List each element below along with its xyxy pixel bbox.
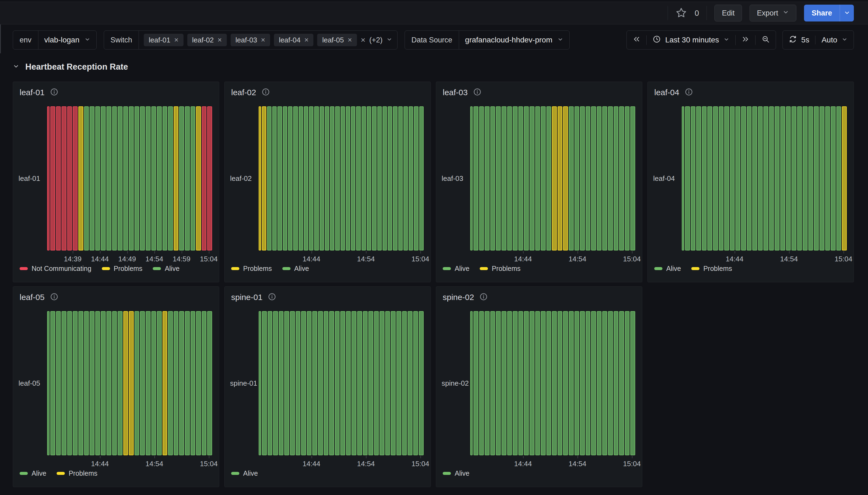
state-bar-alive[interactable] bbox=[107, 311, 111, 455]
state-bar-alive[interactable] bbox=[388, 106, 392, 251]
clear-all-icon[interactable]: × bbox=[361, 36, 366, 44]
state-bar-alive[interactable] bbox=[519, 311, 523, 455]
state-bar-alive[interactable] bbox=[741, 106, 746, 251]
state-bar-alive[interactable] bbox=[369, 311, 373, 455]
info-icon[interactable] bbox=[685, 88, 693, 97]
share-menu-button[interactable] bbox=[840, 5, 854, 21]
state-bar-problems[interactable] bbox=[563, 106, 568, 251]
state-bar-alive[interactable] bbox=[89, 311, 95, 455]
state-bar-alive[interactable] bbox=[398, 106, 403, 251]
state-bar-problems[interactable] bbox=[78, 106, 83, 251]
state-bar-alive[interactable] bbox=[502, 106, 506, 251]
state-bar-alive[interactable] bbox=[574, 106, 579, 251]
state-bar-alive[interactable] bbox=[713, 106, 718, 251]
state-bar-alive[interactable] bbox=[535, 311, 540, 455]
state-bar-alive[interactable] bbox=[377, 106, 382, 251]
state-bar-alive[interactable] bbox=[146, 106, 151, 251]
state-bar-alive[interactable] bbox=[507, 106, 512, 251]
remove-tag-icon[interactable]: × bbox=[305, 36, 309, 44]
state-bar-alive[interactable] bbox=[836, 106, 841, 251]
state-bar-alive[interactable] bbox=[62, 311, 66, 455]
state-bar-alive[interactable] bbox=[179, 106, 184, 251]
state-bar-problems[interactable] bbox=[174, 106, 179, 251]
state-bar-alive[interactable] bbox=[151, 106, 156, 251]
state-bar-alive[interactable] bbox=[84, 106, 89, 251]
info-icon[interactable] bbox=[50, 293, 58, 302]
state-bar-alive[interactable] bbox=[602, 311, 607, 455]
state-bar-not-communicating[interactable] bbox=[202, 106, 207, 251]
state-bar-not-communicating[interactable] bbox=[73, 106, 78, 251]
state-bar-alive[interactable] bbox=[696, 106, 701, 251]
info-icon[interactable] bbox=[262, 88, 270, 97]
state-bar-alive[interactable] bbox=[825, 106, 830, 251]
state-bar-alive[interactable] bbox=[513, 106, 518, 251]
state-bar-alive[interactable] bbox=[277, 106, 282, 251]
refresh-button[interactable]: 5s bbox=[783, 35, 816, 45]
state-bar-alive[interactable] bbox=[202, 311, 207, 455]
state-bar-not-communicating[interactable] bbox=[67, 106, 72, 251]
state-bar-alive[interactable] bbox=[591, 106, 596, 251]
state-bar-alive[interactable] bbox=[262, 311, 267, 455]
state-bar-alive[interactable] bbox=[608, 106, 613, 251]
state-bar-alive[interactable] bbox=[296, 311, 300, 455]
panel-title[interactable]: leaf-01 bbox=[20, 88, 45, 97]
state-bar-not-communicating[interactable] bbox=[62, 106, 66, 251]
state-bar-alive[interactable] bbox=[163, 106, 167, 251]
state-bar-alive[interactable] bbox=[630, 311, 635, 455]
state-bar-alive[interactable] bbox=[346, 311, 351, 455]
state-bar-alive[interactable] bbox=[707, 106, 712, 251]
state-bar-alive[interactable] bbox=[563, 311, 568, 455]
state-bar-alive[interactable] bbox=[335, 106, 340, 251]
state-bar-alive[interactable] bbox=[541, 106, 546, 251]
state-bar-alive[interactable] bbox=[362, 106, 366, 251]
state-bar-alive[interactable] bbox=[95, 106, 100, 251]
state-bar-problems[interactable] bbox=[259, 106, 261, 251]
datasource-value-dropdown[interactable]: grafanacloud-hhdev-prom bbox=[459, 36, 569, 44]
time-shift-back-button[interactable] bbox=[627, 35, 646, 45]
state-bar-alive[interactable] bbox=[89, 106, 95, 251]
state-bar-alive[interactable] bbox=[279, 311, 284, 455]
state-bar-alive[interactable] bbox=[470, 311, 473, 455]
legend-item-problems[interactable]: Problems bbox=[56, 470, 97, 477]
info-icon[interactable] bbox=[473, 88, 481, 97]
legend-item-alive[interactable]: Alive bbox=[153, 264, 179, 273]
env-value-dropdown[interactable]: vlab-logan bbox=[38, 36, 96, 44]
state-bar-alive[interactable] bbox=[367, 106, 371, 251]
state-bar-alive[interactable] bbox=[191, 106, 196, 251]
state-bar-alive[interactable] bbox=[346, 106, 350, 251]
state-bar-alive[interactable] bbox=[808, 106, 813, 251]
state-bar-problems[interactable] bbox=[123, 311, 128, 455]
share-button[interactable]: Share bbox=[804, 5, 840, 21]
state-bar-alive[interactable] bbox=[314, 106, 318, 251]
chevron-down-icon[interactable] bbox=[386, 36, 392, 44]
state-bar-alive[interactable] bbox=[797, 106, 802, 251]
state-bar-alive[interactable] bbox=[682, 106, 684, 251]
state-bar-alive[interactable] bbox=[485, 106, 490, 251]
state-bar-problems[interactable] bbox=[558, 106, 562, 251]
state-bar-alive[interactable] bbox=[335, 311, 340, 455]
state-bar-alive[interactable] bbox=[329, 311, 334, 455]
state-bar-alive[interactable] bbox=[118, 106, 122, 251]
legend-item-problems[interactable]: Problems bbox=[480, 264, 521, 273]
state-bar-problems[interactable] bbox=[163, 311, 167, 455]
state-bar-alive[interactable] bbox=[402, 311, 407, 455]
state-bar-alive[interactable] bbox=[341, 106, 345, 251]
state-bar-alive[interactable] bbox=[363, 311, 368, 455]
state-bar-alive[interactable] bbox=[730, 106, 735, 251]
state-bar-not-communicating[interactable] bbox=[47, 106, 50, 251]
state-bar-alive[interactable] bbox=[374, 311, 379, 455]
state-bar-alive[interactable] bbox=[288, 106, 292, 251]
remove-tag-icon[interactable]: × bbox=[348, 36, 352, 44]
state-bar-alive[interactable] bbox=[413, 311, 418, 455]
star-button[interactable] bbox=[675, 7, 687, 19]
refresh-mode-dropdown[interactable]: Auto bbox=[815, 36, 854, 44]
state-bar-alive[interactable] bbox=[50, 311, 55, 455]
switch-tag[interactable]: leaf-04× bbox=[274, 34, 313, 46]
state-bar-alive[interactable] bbox=[485, 311, 490, 455]
state-bar-alive[interactable] bbox=[304, 106, 308, 251]
legend-item-alive[interactable]: Alive bbox=[20, 470, 46, 477]
state-bar-alive[interactable] bbox=[379, 311, 384, 455]
state-bar-alive[interactable] bbox=[552, 311, 557, 455]
state-bar-alive[interactable] bbox=[404, 106, 408, 251]
state-bar-alive[interactable] bbox=[414, 106, 418, 251]
